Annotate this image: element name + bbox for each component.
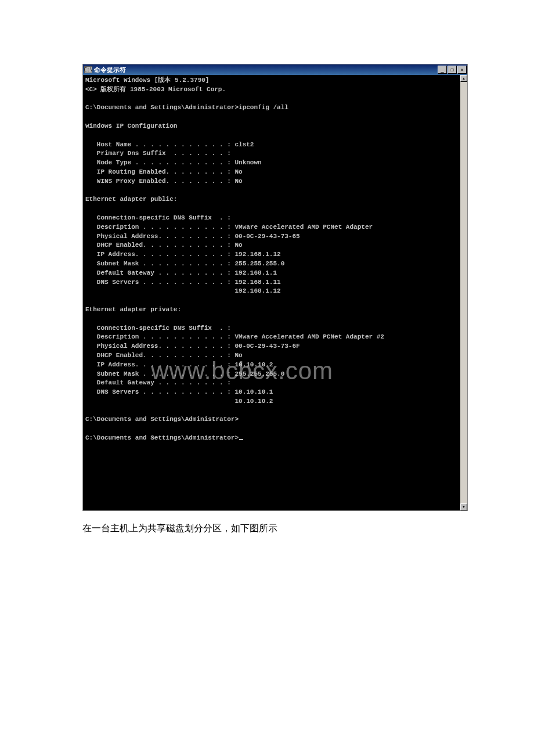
ipconfig-header: Windows IP Configuration	[85, 123, 177, 129]
adapter2-ip-address: IP Address. . . . . . . . . . . . : 10.1…	[85, 361, 273, 368]
adapter2-dns1: DNS Servers . . . . . . . . . . . : 10.1…	[85, 388, 273, 395]
scroll-track[interactable]	[460, 82, 467, 503]
adapter1-ip-address: IP Address. . . . . . . . . . . . : 192.…	[85, 251, 281, 258]
copyright-line: <C> 版权所有 1985-2003 Microsoft Corp.	[85, 86, 226, 93]
maximize-button[interactable]: ❐	[448, 66, 457, 74]
adapter1-dns1: DNS Servers . . . . . . . . . . . : 192.…	[85, 279, 281, 286]
cursor-icon	[239, 439, 243, 440]
window-title: 命令提示符	[94, 66, 437, 74]
minimize-button[interactable]: _	[438, 66, 447, 74]
node-type-line: Node Type . . . . . . . . . . . . : Unkn…	[85, 159, 262, 166]
close-button[interactable]: ✕	[457, 66, 467, 74]
adapter2-gateway: Default Gateway . . . . . . . . . :	[85, 379, 231, 386]
os-version-line: Microsoft Windows [版本 5.2.3790]	[85, 77, 209, 84]
adapter1-physical-address: Physical Address. . . . . . . . . : 00-0…	[85, 233, 300, 240]
adapter1-subnet-mask: Subnet Mask . . . . . . . . . . . : 255.…	[85, 260, 284, 267]
window-controls: _ ❐ ✕	[437, 66, 467, 74]
adapter2-subnet-mask: Subnet Mask . . . . . . . . . . . : 255.…	[85, 370, 284, 377]
host-name-line: Host Name . . . . . . . . . . . . : clst…	[85, 141, 254, 148]
primary-dns-suffix-line: Primary Dns Suffix . . . . . . . :	[85, 150, 231, 157]
titlebar[interactable]: C:\ 命令提示符 _ ❐ ✕	[83, 64, 467, 75]
cmd-icon: C:\	[84, 66, 92, 73]
adapter-private-header: Ethernet adapter private:	[85, 306, 181, 313]
wins-proxy-line: WINS Proxy Enabled. . . . . . . . : No	[85, 178, 243, 185]
adapter2-dhcp: DHCP Enabled. . . . . . . . . . . : No	[85, 352, 243, 359]
adapter-public-header: Ethernet adapter public:	[85, 196, 177, 203]
command-prompt-line: C:\Documents and Settings\Administrator>	[85, 434, 239, 441]
adapter1-dhcp: DHCP Enabled. . . . . . . . . . . : No	[85, 242, 243, 249]
scroll-down-button[interactable]: ▼	[460, 503, 467, 510]
command-prompt-line: C:\Documents and Settings\Administrator>	[85, 416, 239, 423]
adapter2-dns2: 10.10.10.2	[85, 398, 273, 405]
adapter1-dns-suffix: Connection-specific DNS Suffix . :	[85, 214, 231, 221]
adapter2-dns-suffix: Connection-specific DNS Suffix . :	[85, 325, 231, 332]
document-caption: 在一台主机上为共享磁盘划分分区，如下图所示	[82, 523, 277, 535]
ip-routing-line: IP Routing Enabled. . . . . . . . : No	[85, 168, 243, 175]
adapter1-dns2: 192.168.1.12	[85, 287, 281, 294]
adapter2-description: Description . . . . . . . . . . . : VMwa…	[85, 333, 384, 340]
terminal-output[interactable]: Microsoft Windows [版本 5.2.3790] <C> 版权所有…	[83, 75, 460, 510]
command-prompt-window: C:\ 命令提示符 _ ❐ ✕ Microsoft Windows [版本 5.…	[82, 64, 468, 511]
command-prompt-line: C:\Documents and Settings\Administrator>…	[85, 104, 288, 111]
adapter1-description: Description . . . . . . . . . . . : VMwa…	[85, 224, 373, 231]
adapter2-physical-address: Physical Address. . . . . . . . . : 00-0…	[85, 343, 300, 350]
adapter1-gateway: Default Gateway . . . . . . . . . : 192.…	[85, 269, 277, 276]
vertical-scrollbar[interactable]: ▲ ▼	[460, 75, 467, 510]
scroll-up-button[interactable]: ▲	[460, 75, 467, 82]
